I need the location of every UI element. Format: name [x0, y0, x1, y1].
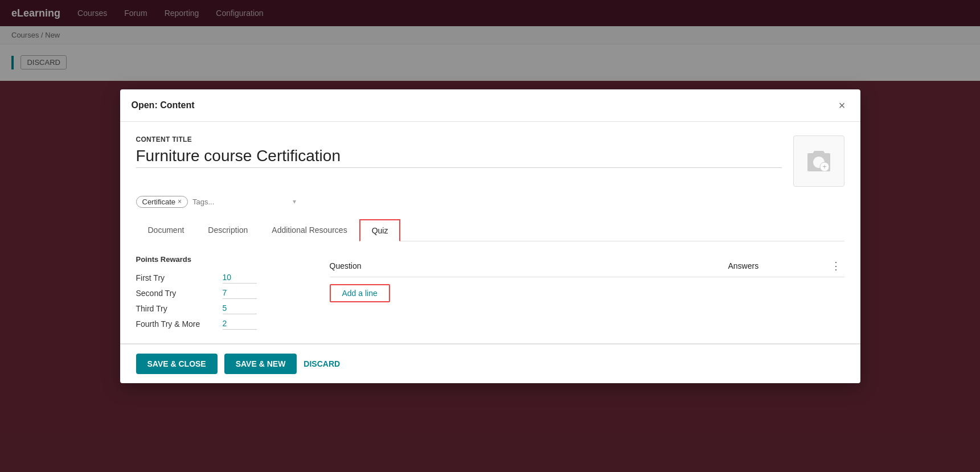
first-try-label: First Try	[136, 273, 216, 282]
modal-footer: SAVE & CLOSE SAVE & NEW DISCARD	[120, 344, 860, 383]
tags-dropdown-arrow-icon[interactable]: ▾	[293, 198, 296, 206]
modal-title: Open: Content	[132, 100, 195, 110]
tabs-row: Document Description Additional Resource…	[136, 219, 844, 241]
content-title-label: Content Title	[136, 136, 782, 143]
second-try-row: Second Try	[136, 288, 307, 299]
modal-overlay: Open: Content × Content Title +	[0, 0, 980, 472]
questions-section: Question Answers ⋮ Add a line	[330, 255, 844, 330]
fourth-try-label: Fourth Try & More	[136, 319, 216, 329]
content-title-input[interactable]	[136, 147, 782, 168]
tab-description[interactable]: Description	[196, 219, 260, 241]
tag-label: Certificate	[142, 198, 176, 206]
tab-additional-resources[interactable]: Additional Resources	[260, 219, 359, 241]
first-try-row: First Try	[136, 273, 307, 284]
third-try-input[interactable]	[223, 303, 257, 314]
add-line-label[interactable]: Add a line	[330, 284, 390, 302]
tags-row: Certificate × ▾	[136, 196, 844, 208]
points-rewards-title: Points Rewards	[136, 255, 307, 264]
content-title-left: Content Title	[136, 136, 782, 168]
photo-upload-button[interactable]: +	[793, 136, 844, 187]
modal-header: Open: Content ×	[120, 89, 860, 122]
third-try-row: Third Try	[136, 303, 307, 314]
modal-close-button[interactable]: ×	[835, 98, 849, 112]
certificate-tag: Certificate ×	[136, 196, 188, 208]
points-table: First Try Second Try Third Try Four	[136, 273, 307, 330]
third-try-label: Third Try	[136, 304, 216, 313]
tab-document[interactable]: Document	[136, 219, 196, 241]
answers-column-header: Answers	[728, 261, 819, 270]
fourth-try-row: Fourth Try & More	[136, 319, 307, 330]
tab-quiz[interactable]: Quiz	[359, 219, 401, 241]
fourth-try-input[interactable]	[223, 319, 257, 330]
add-line-button[interactable]: Add a line	[330, 277, 844, 302]
actions-column-header: ⋮	[831, 260, 844, 272]
quiz-content: Points Rewards First Try Second Try Thir…	[136, 255, 844, 330]
discard-button[interactable]: DISCARD	[304, 359, 340, 368]
points-rewards-section: Points Rewards First Try Second Try Thir…	[136, 255, 307, 330]
tag-remove-button[interactable]: ×	[178, 198, 182, 206]
content-title-section: Content Title +	[136, 136, 844, 187]
question-column-header: Question	[330, 261, 717, 270]
save-new-button[interactable]: SAVE & NEW	[224, 354, 297, 374]
modal-body: Content Title + Certificate ×	[120, 122, 860, 343]
save-close-button[interactable]: SAVE & CLOSE	[136, 354, 218, 374]
second-try-input[interactable]	[223, 288, 257, 299]
svg-text:+: +	[822, 163, 826, 171]
first-try-input[interactable]	[223, 273, 257, 284]
second-try-label: Second Try	[136, 289, 216, 298]
questions-table-header: Question Answers ⋮	[330, 255, 844, 277]
modal-dialog: Open: Content × Content Title +	[120, 89, 860, 383]
tags-input[interactable]	[192, 198, 288, 206]
